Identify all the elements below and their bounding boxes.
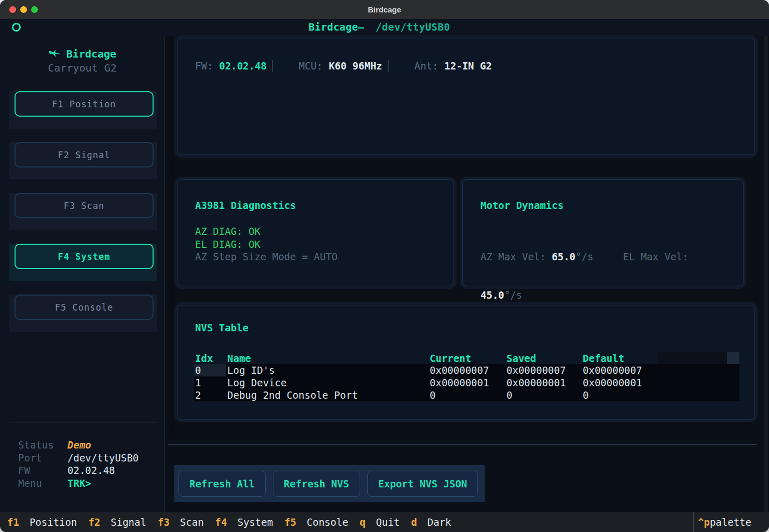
ant-value: 12-IN G2 (444, 60, 492, 72)
az-max-vel-value: 65.0 (552, 251, 575, 262)
motor-dynamics-panel: Motor Dynamics AZ Max Vel: 65.0°/s EL Ma… (462, 179, 744, 286)
cell-current[interactable]: 0 (429, 389, 505, 401)
sidebar-main-divider (164, 36, 165, 512)
binding-f3-scan[interactable]: f3 Scan (158, 516, 215, 528)
port-label: /dev/ttyUSB0 (376, 21, 450, 33)
left-scroll-gutter (167, 37, 175, 439)
status-row-status: Status Demo (18, 439, 139, 452)
status-value: Demo (67, 439, 91, 452)
step-size-line: AZ Step Size Mode = AUTO (195, 250, 454, 263)
cell-name[interactable]: Debug 2nd Console Port (226, 389, 429, 401)
cell-name[interactable]: Log Device (226, 377, 429, 388)
sidebar-item-signal[interactable]: F2 Signal (9, 142, 157, 179)
refresh-all-button[interactable]: Refresh All (178, 471, 266, 497)
binding-f2-signal[interactable]: f2 Signal (88, 516, 158, 528)
status-row-menu: Menu TRK> (18, 477, 139, 490)
table-scrollbar-thumb[interactable] (727, 352, 739, 364)
diagnostics-panel: A3981 Diagnostics AZ DIAG: OK EL DIAG: O… (177, 179, 454, 286)
export-nvs-json-button[interactable]: Export NVS JSON (367, 471, 478, 497)
motor-line-1: AZ Max Vel: 65.0°/s EL Max Vel: (480, 250, 743, 263)
app-name: Birdcage— (309, 21, 364, 33)
action-button-strip: Refresh All Refresh NVS Export NVS JSON (174, 465, 485, 502)
traffic-lights (9, 0, 38, 19)
diagnostics-title: A3981 Diagnostics (195, 200, 454, 211)
menu-value: TRK> (67, 477, 91, 490)
table-header-band (657, 352, 727, 364)
device-info-panel: FW: 02.02.48 MCU: K60 96MHz Ant: 12-IN G… (177, 38, 755, 155)
ant-label: Ant: (415, 60, 438, 72)
close-window-button[interactable] (9, 6, 16, 13)
cell-name[interactable]: Log ID's (226, 365, 429, 376)
minimize-window-button[interactable] (20, 6, 27, 13)
motor-line-2: 45.0°/s (480, 289, 743, 302)
nvs-table-title: NVS Table (195, 322, 754, 333)
separator (388, 60, 389, 72)
binding-q-quit[interactable]: q Quit (360, 516, 411, 528)
mcu-label: MCU: (299, 60, 323, 72)
bird-icon (48, 49, 62, 59)
diagnostics-body: AZ DIAG: OK EL DIAG: OK AZ Step Size Mod… (195, 225, 454, 263)
mcu-value: K60 96MHz (329, 60, 382, 72)
sidebar-item-console[interactable]: F5 Console (9, 295, 157, 332)
logo-subtitle: Carryout G2 (0, 62, 164, 74)
sidebar-item-label: F5 Console (15, 295, 154, 320)
column-header-saved[interactable]: Saved (505, 353, 582, 364)
cell-idx[interactable]: 0 (194, 364, 226, 376)
sidebar-item-label: F2 Signal (15, 142, 154, 167)
fw-value: 02.02.48 (67, 464, 115, 477)
cell-idx[interactable]: 2 (194, 389, 226, 401)
cell-default[interactable]: 0 (582, 389, 739, 401)
cell-saved[interactable]: 0x00000007 (505, 365, 582, 376)
binding-f4-system[interactable]: f4 System (215, 516, 285, 528)
column-header-idx[interactable]: Idx (194, 353, 226, 364)
logo: Birdcage (0, 48, 164, 60)
sidebar-item-scan[interactable]: F3 Scan (9, 193, 157, 230)
cell-idx[interactable]: 1 (194, 377, 226, 388)
app-header: Birdcage—/dev/ttyUSB0 (0, 19, 769, 36)
binding-palette[interactable]: ^p palette (693, 512, 769, 532)
sidebar-item-label: F3 Scan (15, 193, 154, 218)
column-header-current[interactable]: Current (429, 353, 505, 364)
content-divider (168, 444, 757, 445)
sidebar: Birdcage Carryout G2 F1 Position F2 Sign… (0, 36, 164, 512)
nvs-table-panel: NVS Table Idx Name Current Saved Default… (177, 305, 755, 419)
binding-d-dark[interactable]: d Dark (411, 516, 462, 528)
fw-label: FW: (195, 60, 213, 72)
nvs-table-header: Idx Name Current Saved Default (194, 352, 739, 364)
sidebar-divider (9, 423, 157, 423)
status-row-fw: FW 02.02.48 (18, 464, 139, 477)
cell-current[interactable]: 0x00000007 (429, 365, 505, 376)
cell-default[interactable]: 0x00000001 (582, 377, 739, 388)
column-header-name[interactable]: Name (226, 353, 429, 364)
separator (272, 60, 273, 72)
motor-dynamics-title: Motor Dynamics (480, 200, 743, 211)
device-info-line: FW: 02.02.48 MCU: K60 96MHz Ant: 12-IN G… (195, 60, 754, 72)
cell-saved[interactable]: 0x00000001 (505, 377, 582, 388)
titlebar: Birdcage (0, 0, 769, 19)
refresh-nvs-button[interactable]: Refresh NVS (273, 471, 360, 497)
maximize-window-button[interactable] (31, 6, 38, 13)
fw-value: 02.02.48 (219, 60, 267, 72)
binding-f5-console[interactable]: f5 Console (284, 516, 360, 528)
window-title: Birdcage (0, 5, 769, 14)
table-row[interactable]: 1 Log Device 0x00000001 0x00000001 0x000… (194, 376, 739, 389)
cell-default[interactable]: 0x00000007 (582, 365, 739, 376)
port-value: /dev/ttyUSB0 (67, 452, 139, 465)
sidebar-item-system[interactable]: F4 System (9, 244, 157, 281)
el-diag-line: EL DIAG: OK (195, 238, 454, 251)
cell-saved[interactable]: 0 (505, 389, 582, 401)
logo-name: Birdcage (66, 48, 116, 60)
binding-f1-position[interactable]: f1 Position (7, 516, 88, 528)
right-scrollbar[interactable] (764, 36, 768, 512)
sidebar-item-position[interactable]: F1 Position (9, 91, 157, 129)
sidebar-item-label: F4 System (15, 244, 154, 269)
table-row[interactable]: 2 Debug 2nd Console Port 0 0 0 (194, 389, 739, 401)
el-max-vel-value: 45.0 (480, 289, 504, 301)
nvs-table: Idx Name Current Saved Default 0 Log ID'… (194, 352, 739, 401)
table-row[interactable]: 0 Log ID's 0x00000007 0x00000007 0x00000… (194, 364, 739, 376)
status-row-port: Port /dev/ttyUSB0 (18, 452, 139, 465)
footer-keybar: f1 Position f2 Signal f3 Scan f4 System … (0, 512, 769, 532)
app-header-title: Birdcage—/dev/ttyUSB0 (0, 21, 759, 33)
sidebar-item-label: F1 Position (15, 91, 154, 117)
cell-current[interactable]: 0x00000001 (429, 377, 505, 388)
